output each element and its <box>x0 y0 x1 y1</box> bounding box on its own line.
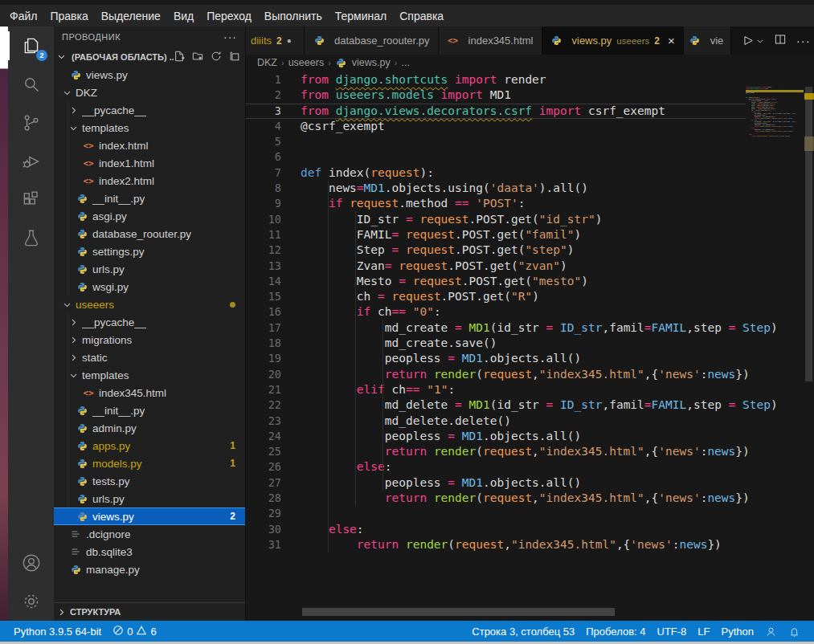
tree-file-apps.py[interactable]: apps.py1 <box>54 437 245 454</box>
tree-file-index345.html[interactable]: <>index345.html <box>54 384 245 401</box>
code-line-9[interactable]: 9 if request.method == 'POST': <box>246 196 746 211</box>
tab-database_roouter.py[interactable]: database_roouter.py <box>305 26 439 55</box>
tree-file-admin.py[interactable]: admin.py <box>54 419 245 437</box>
menu-item[interactable]: Справка <box>393 7 450 25</box>
notifications-bell-icon[interactable] <box>783 626 806 638</box>
code-line-21[interactable]: 21 elif ch== "1": <box>246 382 746 397</box>
tree-file-index1.html[interactable]: <>index1.html <box>54 154 245 172</box>
tree-file-tests.py[interactable]: tests.py <box>54 472 245 490</box>
tree-folder-__pycache__[interactable]: __pycache__ <box>54 101 245 119</box>
feedback-icon[interactable] <box>759 626 783 638</box>
tree-file-__init__.py[interactable]: __init__.py <box>54 401 245 419</box>
status-item[interactable]: Python <box>716 626 759 638</box>
tree-folder-useeers[interactable]: useeers <box>54 296 245 313</box>
outline-section-header[interactable]: СТРУКТУРА <box>54 602 245 621</box>
code-line-19[interactable]: 19 peopless = MD1.objects.all() <box>246 351 746 366</box>
tree-file-settings.py[interactable]: settings.py <box>54 243 245 260</box>
menu-item[interactable]: Выделение <box>95 7 167 25</box>
code-line-24[interactable]: 24 peopless = MD1.objects.all() <box>246 429 746 444</box>
code-line-6[interactable]: 6 <box>246 149 746 165</box>
testing-icon[interactable] <box>8 219 54 258</box>
explorer-more-actions[interactable]: ··· <box>223 31 237 43</box>
tree-file-db.sqlite3[interactable]: db.sqlite3 <box>54 543 245 560</box>
tree-file-index2.html[interactable]: <>index2.html <box>54 172 245 190</box>
refresh-icon[interactable] <box>211 51 222 63</box>
tree-file-manage.py[interactable]: manage.py <box>54 560 245 578</box>
menu-item[interactable]: Вид <box>167 7 200 25</box>
tree-folder-__pycache__[interactable]: __pycache__ <box>54 313 245 331</box>
problems-status[interactable]: 0 6 <box>107 621 162 642</box>
account-icon[interactable] <box>8 544 54 582</box>
source-control-icon[interactable] <box>8 104 54 142</box>
tree-folder-templates[interactable]: templates <box>54 119 245 137</box>
code-line-7[interactable]: 7def index(request): <box>246 165 746 181</box>
code-line-8[interactable]: 8 news=MD1.objects.using('daata').all() <box>246 181 746 196</box>
search-icon[interactable] <box>8 65 54 104</box>
tree-folder-migrations[interactable]: migrations <box>54 331 245 348</box>
menu-item[interactable]: Терминал <box>329 7 393 25</box>
tree-file-.dcignore[interactable]: .dcignore <box>54 525 245 543</box>
run-python-file-icon[interactable] <box>741 34 764 47</box>
code-line-23[interactable]: 23 md_delete.delete() <box>246 414 746 429</box>
code-line-13[interactable]: 13 Zvan= request.POST.get("zvan") <box>246 259 746 274</box>
tree-folder-static[interactable]: static <box>54 348 245 366</box>
tab-diiits[interactable]: diiits2● <box>246 26 305 55</box>
tab-views.py[interactable]: views.pyuseeers2× <box>542 26 684 55</box>
code-line-31[interactable]: 31 return render(request,"index345.html"… <box>246 537 746 552</box>
code-line-25[interactable]: 25 return render(request,"index345.html"… <box>246 444 746 459</box>
status-item[interactable]: UTF-8 <box>652 626 693 638</box>
code-line-10[interactable]: 10 ID_str = request.POST.get("id_str") <box>246 212 746 227</box>
code-line-11[interactable]: 11 FAMIL= request.POST.get("famil") <box>246 227 746 243</box>
tree-file-index.html[interactable]: <>index.html <box>54 137 245 154</box>
breadcrumb-item-DKZ[interactable]: DKZ <box>257 57 277 68</box>
code-line-26[interactable]: 26 else: <box>246 459 746 475</box>
breadcrumb-item-useeers[interactable]: useeers <box>288 57 324 68</box>
code-line-4[interactable]: 4@csrf_exempt <box>246 119 746 134</box>
tab-close-icon[interactable]: × <box>668 34 675 47</box>
tree-file-__init__.py[interactable]: __init__.py <box>54 190 245 207</box>
code-line-20[interactable]: 20 return render(request,"index345.html"… <box>246 367 746 382</box>
tree-file-views.py[interactable]: views.py2 <box>54 507 245 525</box>
status-item[interactable]: LF <box>692 626 715 638</box>
minimap[interactable]: from django.shortcuts import renderfrom … <box>746 87 804 585</box>
code-line-27[interactable]: 27 peopless = MD1.objects.all() <box>246 475 746 491</box>
split-editor-icon[interactable] <box>774 33 787 49</box>
tree-file-models.py[interactable]: models.py1 <box>54 454 245 472</box>
collapse-all-icon[interactable] <box>229 51 240 63</box>
tree-folder-DKZ[interactable]: DKZ <box>54 84 245 101</box>
tree-file-urls.py[interactable]: urls.py <box>54 490 245 507</box>
breadcrumb[interactable]: DKZ›useeers›views.py›... <box>246 55 814 71</box>
run-debug-icon[interactable] <box>8 142 54 181</box>
tab-vie[interactable]: vie <box>684 26 731 55</box>
settings-gear-icon[interactable] <box>8 582 54 621</box>
code-line-2[interactable]: 2from useeers.models import MD1 <box>246 88 746 103</box>
code-line-5[interactable]: 5 <box>246 134 746 149</box>
code-line-29[interactable]: 29 <box>246 506 746 521</box>
tree-file-views.py[interactable]: views.py <box>54 66 245 84</box>
new-file-icon[interactable] <box>174 51 185 63</box>
explorer-icon[interactable]: 2 <box>8 26 54 65</box>
code-editor[interactable]: 1from django.shortcuts import render2fro… <box>246 71 814 621</box>
tree-folder-templates[interactable]: templates <box>54 366 245 384</box>
extensions-icon[interactable] <box>8 181 54 219</box>
code-line-1[interactable]: 1from django.shortcuts import render <box>246 72 746 88</box>
more-actions-icon[interactable]: ··· <box>796 34 811 47</box>
code-line-18[interactable]: 18 md_create.save() <box>246 336 746 351</box>
tree-file-wsgi.py[interactable]: wsgi.py <box>54 278 245 296</box>
code-line-22[interactable]: 22 md_delete = MD1(id_str = ID_str,famil… <box>246 397 746 413</box>
horizontal-scrollbar[interactable] <box>302 608 615 616</box>
menu-item[interactable]: Выполнить <box>258 7 329 25</box>
code-line-15[interactable]: 15 ch = request.POST.get("R") <box>246 289 746 304</box>
breadcrumb-item-...[interactable]: ... <box>401 57 409 68</box>
code-line-17[interactable]: 17 md_create = MD1(id_str = ID_str,famil… <box>246 320 746 336</box>
code-line-12[interactable]: 12 Step = request.POST.get("step") <box>246 243 746 258</box>
tab-index345.html[interactable]: <>index345.html <box>439 26 542 55</box>
code-line-14[interactable]: 14 Mesto = request.POST.get("mesto") <box>246 274 746 289</box>
tree-file-urls.py[interactable]: urls.py <box>54 260 245 278</box>
new-folder-icon[interactable] <box>192 51 203 63</box>
code-line-3[interactable]: 3from django.views.decorators.csrf impor… <box>246 104 746 119</box>
tree-file-database_roouter.py[interactable]: database_roouter.py <box>54 225 245 243</box>
code-line-16[interactable]: 16 if ch== "0": <box>246 304 746 320</box>
menu-item[interactable]: Файл <box>3 7 43 25</box>
status-item[interactable]: Строка 3, столбец 53 <box>466 626 580 638</box>
